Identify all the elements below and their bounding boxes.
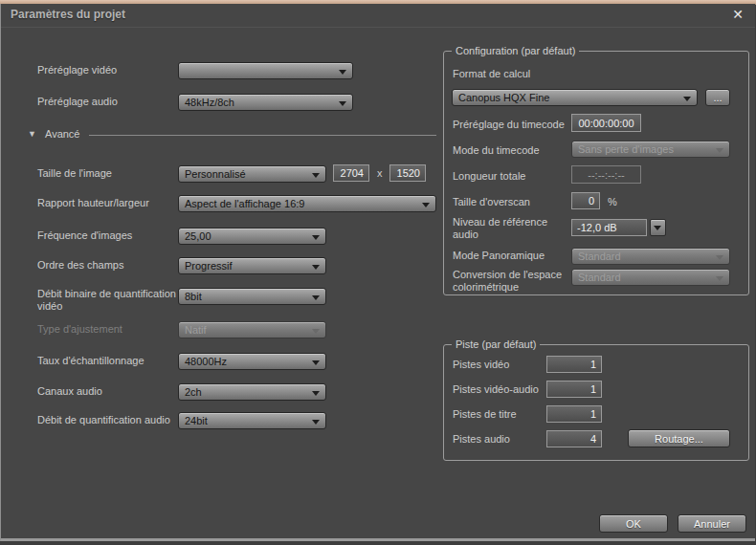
timecode-preset-input[interactable]: 00:00:00:00 xyxy=(571,114,641,132)
video-bit-depth-value: 8bit xyxy=(185,291,202,302)
video-preset-dropdown[interactable] xyxy=(178,62,353,79)
timecode-mode-dropdown: Sans perte d'images xyxy=(571,141,730,158)
chevron-down-icon xyxy=(716,255,723,260)
adjustment-type-value: Natif xyxy=(185,324,207,336)
frame-rate-label: Fréquence d'images xyxy=(37,229,132,242)
chevron-down-icon xyxy=(312,265,320,270)
chevron-down-icon xyxy=(312,420,320,425)
audio-preset-dropdown[interactable]: 48kHz/8ch xyxy=(178,94,353,111)
ok-button[interactable]: OK xyxy=(599,514,668,533)
chevron-down-icon xyxy=(312,173,320,178)
chevron-down-icon xyxy=(312,391,320,396)
chevron-down-icon xyxy=(716,276,723,281)
title-tracks-label: Pistes de titre xyxy=(453,408,517,421)
titlebar-separator xyxy=(1,27,755,28)
chevron-down-icon xyxy=(339,70,346,75)
frame-height-input[interactable]: 1520 xyxy=(389,164,426,182)
project-settings-dialog: Paramètres du projet ✕ Préréglage vidéo … xyxy=(0,4,755,541)
configuration-group-title: Configuration (par défaut) xyxy=(452,45,579,56)
video-tracks-label: Pistes vidéo xyxy=(453,359,509,371)
overscan-size-input[interactable]: 0 xyxy=(571,192,600,209)
color-space-conversion-value: Standard xyxy=(578,272,621,283)
render-format-value: Canopus HQX Fine xyxy=(458,92,549,103)
chevron-down-icon xyxy=(312,360,320,365)
audio-reference-level-input[interactable]: -12,0 dB xyxy=(571,219,647,236)
video-tracks-input[interactable]: 1 xyxy=(546,356,602,373)
pan-mode-label: Mode Panoramique xyxy=(453,250,545,262)
advanced-divider xyxy=(89,135,436,136)
render-format-browse-button[interactable]: ... xyxy=(705,89,730,106)
color-space-conversion-label: Conversion de l'espace colorimétrique xyxy=(453,269,569,294)
routing-button[interactable]: Routage... xyxy=(628,429,730,447)
total-length-input: --:--:--:-- xyxy=(571,165,641,184)
timecode-preset-label: Préréglage du timecode xyxy=(453,119,565,131)
render-format-label: Format de calcul xyxy=(453,68,530,80)
chevron-down-icon xyxy=(339,101,346,106)
render-format-dropdown[interactable]: Canopus HQX Fine xyxy=(452,89,698,106)
video-preset-label: Préréglage vidéo xyxy=(37,64,117,76)
audio-preset-value: 48kHz/8ch xyxy=(185,97,234,108)
frame-width-input[interactable]: 2704 xyxy=(333,164,369,182)
audio-channels-label: Canaux audio xyxy=(37,385,102,398)
audio-channels-dropdown[interactable]: 2ch xyxy=(178,383,326,401)
audio-reference-level-dropdown-button[interactable] xyxy=(650,219,666,236)
aspect-ratio-value: Aspect de l'affichage 16:9 xyxy=(185,198,304,209)
color-space-conversion-dropdown: Standard xyxy=(571,269,730,286)
advanced-expander-icon[interactable]: ▼ xyxy=(28,129,36,139)
video-bit-depth-dropdown[interactable]: 8bit xyxy=(178,288,326,305)
overscan-size-label: Taille d'overscan xyxy=(453,196,530,208)
adjustment-type-dropdown: Natif xyxy=(178,321,326,338)
pan-mode-value: Standard xyxy=(578,251,621,262)
title-tracks-input[interactable]: 1 xyxy=(546,405,602,423)
aspect-ratio-label: Rapport hauteur/largeur xyxy=(37,197,149,209)
field-order-dropdown[interactable]: Progressif xyxy=(178,257,326,274)
frame-size-dropdown[interactable]: Personnalisé xyxy=(178,165,326,183)
frame-size-label: Taille de l'image xyxy=(37,167,112,180)
frame-size-separator: x xyxy=(377,167,383,180)
chevron-down-icon xyxy=(312,295,320,300)
frame-rate-value: 25,00 xyxy=(185,230,211,242)
chevron-down-icon xyxy=(716,148,723,153)
cancel-button[interactable]: Annuler xyxy=(678,514,746,533)
audio-tracks-label: Pistes audio xyxy=(453,433,510,446)
video-audio-tracks-input[interactable]: 1 xyxy=(546,381,602,398)
chevron-down-icon xyxy=(654,226,661,230)
adjustment-type-label: Type d'ajustement xyxy=(37,323,122,336)
aspect-ratio-dropdown[interactable]: Aspect de l'affichage 16:9 xyxy=(178,195,436,212)
frame-rate-dropdown[interactable]: 25,00 xyxy=(178,228,326,245)
close-icon[interactable]: ✕ xyxy=(730,7,745,22)
audio-bit-depth-label: Débit de quantification audio xyxy=(37,414,170,426)
audio-bit-depth-value: 24bit xyxy=(185,415,208,426)
total-length-label: Longueur totale xyxy=(453,170,525,183)
chevron-down-icon xyxy=(312,235,320,240)
chevron-down-icon xyxy=(683,97,691,101)
frame-size-value: Personnalisé xyxy=(185,168,246,180)
video-audio-tracks-label: Pistes vidéo-audio xyxy=(453,383,539,396)
audio-tracks-input[interactable]: 4 xyxy=(546,430,602,447)
dialog-title: Paramètres du projet xyxy=(11,8,125,21)
chevron-down-icon xyxy=(422,203,430,207)
audio-channels-value: 2ch xyxy=(185,386,202,398)
audio-bit-depth-dropdown[interactable]: 24bit xyxy=(178,412,326,429)
pan-mode-dropdown: Standard xyxy=(571,248,730,265)
video-bit-depth-label: Débit binaire de quantification vidéo xyxy=(37,288,181,313)
advanced-section-label: Avancé xyxy=(45,128,80,141)
sampling-rate-value: 48000Hz xyxy=(185,356,227,367)
audio-preset-label: Préréglage audio xyxy=(37,96,118,108)
timecode-mode-value: Sans perte d'images xyxy=(578,143,674,155)
field-order-value: Progressif xyxy=(185,260,233,272)
sampling-rate-label: Taux d'échantillonnage xyxy=(37,355,145,367)
sampling-rate-dropdown[interactable]: 48000Hz xyxy=(178,353,326,370)
audio-reference-level-label: Niveau de référence audio xyxy=(453,216,566,241)
dialog-titlebar[interactable]: Paramètres du projet ✕ xyxy=(1,4,755,27)
chevron-down-icon xyxy=(312,329,320,334)
field-order-label: Ordre des champs xyxy=(37,259,123,272)
tracks-group-title: Piste (par défaut) xyxy=(452,338,540,350)
overscan-unit-label: % xyxy=(608,196,617,208)
timecode-mode-label: Mode du timecode xyxy=(453,144,540,157)
